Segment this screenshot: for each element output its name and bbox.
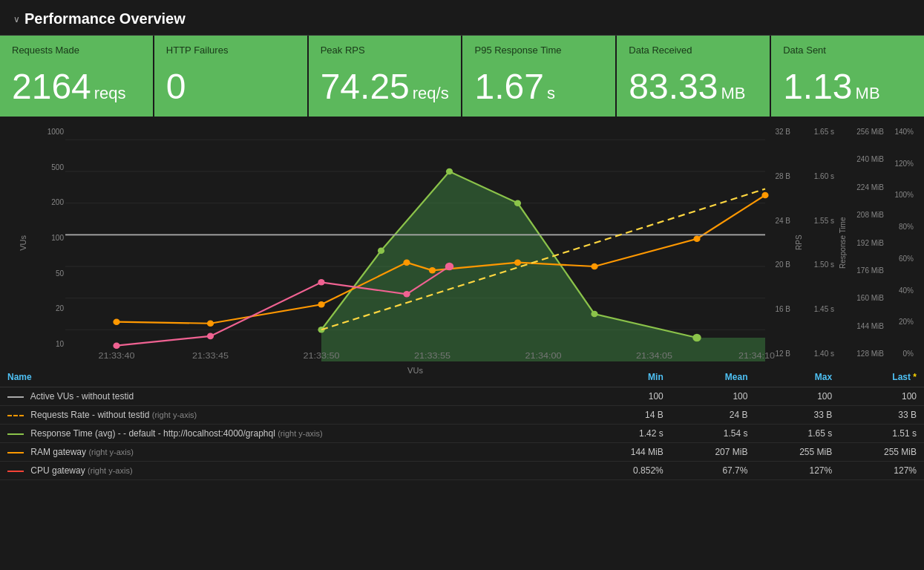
legend-sub-2: (right y-axis) <box>278 429 323 438</box>
data-tick: 224 MiB <box>851 183 884 191</box>
svg-text:21:33:40: 21:33:40 <box>98 350 134 360</box>
svg-point-25 <box>113 342 119 349</box>
legend-last-0: 100 <box>839 387 924 406</box>
stat-value-0: 2164reqs <box>12 69 141 105</box>
rt-tick: 1.50 s <box>807 261 834 269</box>
stat-card-5: Data Sent 1.13MB <box>771 36 924 117</box>
header: ∨ Performance Overview <box>0 0 924 35</box>
legend-name-0: Active VUs - without testid <box>30 391 134 402</box>
rt-tick: 1.65 s <box>807 128 834 136</box>
legend-name-cell-4: CPU gateway (right y-axis) <box>0 462 586 480</box>
rt-tick: 1.55 s <box>807 217 834 225</box>
legend-last-4: 127% <box>839 462 924 480</box>
y-tick: 1000 <box>40 128 64 136</box>
chart-section: VUs 1000500200100502010 <box>0 117 924 361</box>
svg-text:21:33:45: 21:33:45 <box>192 350 229 360</box>
y-tick: 200 <box>40 198 64 206</box>
svg-point-20 <box>591 263 597 270</box>
chevron-icon: ∨ <box>13 14 20 24</box>
stat-card-2: Peak RPS 74.25req/s <box>309 36 463 117</box>
svg-point-26 <box>207 333 214 340</box>
data-tick: 128 MiB <box>851 350 884 358</box>
y-tick: 500 <box>40 163 64 171</box>
legend-row: RAM gateway (right y-axis) 144 MiB 207 M… <box>0 443 924 462</box>
svg-point-19 <box>514 259 521 266</box>
svg-point-10 <box>446 168 453 175</box>
rt-axis: 1.65 s1.60 s1.55 s1.50 s1.45 s1.40 s <box>805 124 837 361</box>
legend-name-cell-2: Response Time (avg) - - default - http:/… <box>0 425 586 443</box>
stat-card-0: Requests Made 2164reqs <box>0 36 154 117</box>
svg-point-21 <box>693 235 700 242</box>
pct-tick: 60% <box>890 255 914 263</box>
pct-tick: 100% <box>890 191 914 199</box>
stat-value-3: 1.67s <box>474 69 603 105</box>
stat-label-3: P95 Response Time <box>474 45 603 56</box>
pct-axis: 140%120%100%80%60%40%20%0% <box>887 124 917 361</box>
legend-mean-0: 100 <box>671 387 756 406</box>
rps-tick: 16 B <box>768 305 790 313</box>
legend-min-4: 0.852% <box>586 462 671 480</box>
stat-label-1: HTTP Failures <box>166 45 295 56</box>
col-max: Max <box>755 367 839 387</box>
pct-tick: 140% <box>890 128 914 136</box>
svg-point-13 <box>692 334 701 342</box>
y-tick: 10 <box>40 340 64 348</box>
legend-max-2: 1.65 s <box>755 425 839 443</box>
legend-max-0: 100 <box>755 387 839 406</box>
svg-point-28 <box>403 291 410 298</box>
legend-row: Active VUs - without testid 100 100 100 … <box>0 387 924 406</box>
legend-line-3 <box>7 452 24 453</box>
legend-mean-3: 207 MiB <box>671 443 756 462</box>
legend-table: Name Min Mean Max Last * Active VUs - wi… <box>0 367 924 480</box>
legend-mean-1: 24 B <box>671 406 756 425</box>
left-y-ticks: 1000500200100502010 <box>39 124 65 361</box>
rt-label: Response Time <box>837 124 848 361</box>
stat-value-4: 83.33MB <box>629 69 758 105</box>
legend-row: Response Time (avg) - - default - http:/… <box>0 425 924 443</box>
svg-point-14 <box>113 318 119 325</box>
legend-min-1: 14 B <box>586 406 671 425</box>
col-last: Last * <box>839 367 924 387</box>
svg-text:21:34:10: 21:34:10 <box>738 350 775 360</box>
legend-max-1: 33 B <box>755 406 839 425</box>
chart-container: VUs 1000500200100502010 <box>7 124 765 361</box>
legend-line-4 <box>7 471 24 472</box>
legend-sub-4: (right y-axis) <box>88 466 133 475</box>
x-axis-label: VUs <box>65 366 765 375</box>
stat-value-1: 0 <box>166 69 295 105</box>
legend-max-3: 255 MiB <box>755 443 839 462</box>
legend-last-1: 33 B <box>839 406 924 425</box>
legend-name-4: CPU gateway <box>30 465 85 476</box>
rt-tick: 1.45 s <box>807 305 834 313</box>
svg-point-11 <box>514 200 521 206</box>
svg-point-9 <box>378 247 384 254</box>
svg-point-27 <box>318 279 324 286</box>
legend-name-cell-0: Active VUs - without testid <box>0 387 586 406</box>
svg-point-16 <box>318 301 324 308</box>
data-tick: 176 MiB <box>851 266 884 275</box>
pct-tick: 80% <box>890 223 914 231</box>
stat-card-4: Data Received 83.33MB <box>617 36 771 117</box>
legend-max-4: 127% <box>755 462 839 480</box>
legend-name-2: Response Time (avg) - - default - http:/… <box>30 428 275 439</box>
rps-axis: 32 B28 B24 B20 B16 B12 B <box>765 124 793 361</box>
stat-card-1: HTTP Failures 0 <box>154 36 309 117</box>
svg-point-29 <box>445 263 454 271</box>
pct-tick: 120% <box>890 160 914 168</box>
svg-point-22 <box>761 192 768 199</box>
legend-name-1: Requests Rate - without testid <box>30 410 149 420</box>
svg-point-12 <box>591 311 597 318</box>
rt-tick: 1.60 s <box>807 172 834 180</box>
legend-min-3: 144 MiB <box>586 443 671 462</box>
stat-card-3: P95 Response Time 1.67s <box>462 36 617 117</box>
svg-point-17 <box>403 259 410 266</box>
stat-value-5: 1.13MB <box>783 69 912 105</box>
legend-line-0 <box>7 396 24 398</box>
data-tick: 160 MiB <box>851 294 884 302</box>
legend-line-1 <box>7 415 24 416</box>
svg-point-15 <box>207 321 214 327</box>
stat-label-2: Peak RPS <box>321 45 450 56</box>
legend-sub-1: (right y-axis) <box>152 410 197 419</box>
stat-label-0: Requests Made <box>12 45 141 56</box>
svg-point-18 <box>429 267 436 274</box>
